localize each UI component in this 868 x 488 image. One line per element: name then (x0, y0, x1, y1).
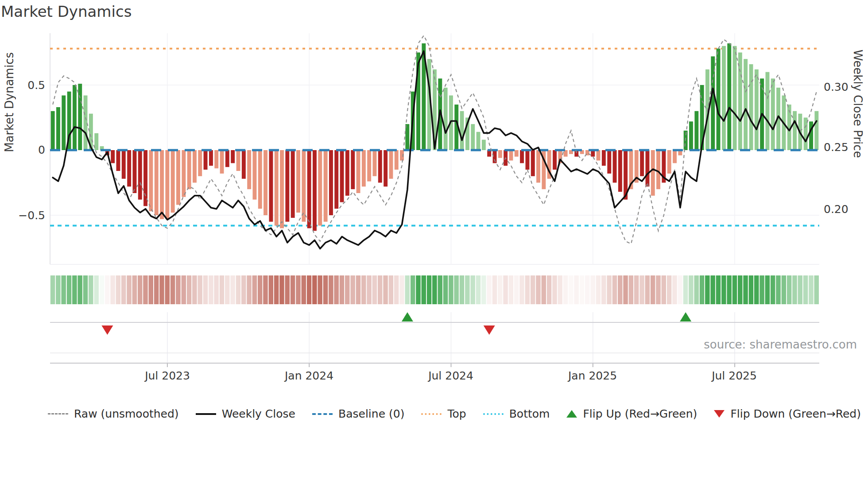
raw-dashed-line-swatch-icon (48, 413, 68, 414)
legend-item-weekly-close: Weekly Close (196, 407, 295, 420)
legend-item-raw: Raw (unsmoothed) (48, 407, 179, 420)
top-dotted-swatch-icon (421, 413, 442, 415)
left-axis-label: Market Dynamics (3, 52, 16, 152)
legend-item-bottom: Bottom (483, 407, 550, 420)
flip-up-triangle-icon (566, 410, 577, 418)
left-axis-tick-neg05: −0.5 (12, 209, 45, 223)
legend-item-baseline: Baseline (0) (312, 407, 404, 420)
legend-item-flip-up: Flip Up (Red→Green) (566, 407, 697, 420)
legend-label-top: Top (447, 407, 466, 420)
legend-item-top: Top (421, 407, 466, 420)
right-axis-label: Weekly Close Price (851, 50, 864, 158)
legend-label-baseline: Baseline (0) (338, 407, 404, 420)
legend-label-flip-up: Flip Up (Red→Green) (583, 407, 697, 420)
chart-canvas (0, 0, 868, 390)
source-attribution: source: sharemaestro.com (704, 338, 857, 351)
legend-item-flip-down: Flip Down (Green→Red) (714, 407, 861, 420)
weekly-close-line-swatch-icon (196, 413, 216, 415)
legend-label-bottom: Bottom (509, 407, 550, 420)
market-dynamics-chart-page: Market Dynamics 0.5 0 −0.5 0.30 0.25 0.2… (0, 0, 868, 488)
legend-label-raw: Raw (unsmoothed) (74, 407, 179, 420)
x-tick-jul-2023: Jul 2023 (130, 369, 205, 382)
legend-label-weekly-close: Weekly Close (222, 407, 295, 420)
x-tick-jan-2024: Jan 2024 (271, 369, 347, 382)
left-axis-tick-0: 0 (12, 143, 45, 157)
legend: Raw (unsmoothed) Weekly Close Baseline (… (48, 407, 861, 420)
flip-down-triangle-icon (714, 410, 725, 418)
x-tick-jul-2024: Jul 2024 (413, 369, 488, 382)
bottom-dotted-swatch-icon (483, 413, 504, 415)
left-axis-tick-05: 0.5 (12, 78, 45, 93)
baseline-dash-swatch-icon (312, 413, 333, 415)
x-tick-jul-2025: Jul 2025 (697, 369, 772, 382)
x-tick-jan-2025: Jan 2025 (555, 369, 630, 382)
legend-label-flip-down: Flip Down (Green→Red) (730, 407, 861, 420)
right-axis-tick-020: 0.20 (824, 202, 864, 217)
